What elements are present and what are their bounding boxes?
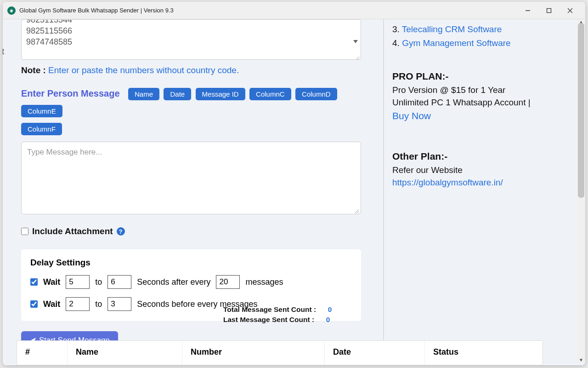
list-number: 3. xyxy=(392,24,402,34)
messages-label: messages xyxy=(245,277,283,287)
badge-columnf[interactable]: ColumnF xyxy=(21,123,62,135)
results-table-header: # Name Number Date Status xyxy=(17,340,543,365)
delay2-to-input[interactable] xyxy=(107,297,131,311)
wait-label: Wait xyxy=(43,299,60,309)
other-plan-line1: Refer our Website xyxy=(392,164,577,177)
note-row: Note : Enter or paste the numbers withou… xyxy=(21,65,383,75)
badge-columne[interactable]: ColumnE xyxy=(21,105,62,117)
badge-name[interactable]: Name xyxy=(128,88,159,100)
enter-message-title: Enter Person Message xyxy=(21,88,120,99)
after-label: Seconds after every xyxy=(137,277,210,287)
vertical-scrollbar[interactable]: ▲ ▼ xyxy=(577,19,585,362)
delay-row-1: Wait to Seconds after every messages xyxy=(30,275,352,289)
close-button[interactable] xyxy=(560,4,581,17)
include-attachment-checkbox[interactable] xyxy=(21,228,28,235)
delay-heading: Delay Settings xyxy=(30,258,352,268)
delay1-from-input[interactable] xyxy=(66,275,90,289)
last-count-label: Last Message Sent Count : xyxy=(223,316,314,324)
scroll-down-icon[interactable]: ▼ xyxy=(577,357,585,362)
message-textarea[interactable]: Type Message here... xyxy=(21,142,361,214)
other-plan-heading: Other Plan:- xyxy=(392,150,577,163)
include-attachment-row: Include Attachment ? xyxy=(21,226,383,236)
scrollbar-thumb[interactable] xyxy=(578,23,584,198)
resize-handle-icon[interactable] xyxy=(354,207,359,213)
counts-block: Total Message Sent Count : 0 Last Messag… xyxy=(223,305,334,326)
delay1-count-input[interactable] xyxy=(216,275,240,289)
delay2-from-input[interactable] xyxy=(66,297,90,311)
wait-label: Wait xyxy=(43,277,60,287)
website-link[interactable]: https://globalgymsoftware.in/ xyxy=(392,178,503,187)
buy-now-link[interactable]: Buy Now xyxy=(392,110,431,121)
note-text: Enter or paste the numbers without count… xyxy=(48,65,239,75)
number-line: 9825115566 xyxy=(26,25,356,36)
badge-columnc[interactable]: ColumnC xyxy=(249,88,291,100)
right-panel: 3. Telecalling CRM Software 4. Gym Manag… xyxy=(383,19,585,365)
include-attachment-label: Include Attachment xyxy=(32,226,113,236)
number-line: 9874748585 xyxy=(26,36,356,47)
delay1-to-input[interactable] xyxy=(107,275,131,289)
last-count-value: 0 xyxy=(323,316,333,324)
telecalling-link[interactable]: Telecalling CRM Software xyxy=(402,24,502,34)
content-area: t 9825115544 9825115566 9874748585 Note … xyxy=(3,19,585,365)
th-number: Number xyxy=(182,341,325,365)
number-line: 9825115544 xyxy=(26,19,356,25)
badge-message-id[interactable]: Message ID xyxy=(196,88,245,100)
th-index: # xyxy=(17,341,68,365)
textarea-scroll-down-icon[interactable] xyxy=(353,35,359,40)
pro-plan-heading: PRO PLAN:- xyxy=(392,69,577,83)
th-name: Name xyxy=(68,341,182,365)
help-icon[interactable]: ? xyxy=(117,227,125,236)
svg-marker-4 xyxy=(353,40,358,43)
delay2-checkbox[interactable] xyxy=(30,300,38,308)
total-count-value: 0 xyxy=(325,305,334,314)
badge-columnd[interactable]: ColumnD xyxy=(295,88,337,100)
window-title: Global Gym Software Bulk Whatsapp Sender… xyxy=(19,7,517,14)
left-panel: 9825115544 9825115566 9874748585 Note : … xyxy=(3,19,383,365)
total-count-label: Total Message Sent Count : xyxy=(223,305,316,314)
svg-line-8 xyxy=(355,209,359,213)
list-number: 4. xyxy=(392,38,402,48)
pro-plan-line1: Pro Version @ $15 for 1 Year xyxy=(392,84,577,97)
app-icon: ◉ xyxy=(7,6,16,15)
svg-rect-1 xyxy=(547,8,551,12)
close-icon xyxy=(567,8,573,13)
minimize-icon xyxy=(525,8,531,13)
to-label: to xyxy=(95,277,102,287)
message-section-header: Enter Person Message Name Date Message I… xyxy=(21,75,383,140)
pro-plan-line2: Unlimited PC 1 Whatsapp Account | xyxy=(392,98,531,107)
note-label: Note : xyxy=(21,65,48,75)
maximize-button[interactable] xyxy=(538,4,560,17)
titlebar: ◉ Global Gym Software Bulk Whatsapp Send… xyxy=(3,2,585,19)
message-placeholder: Type Message here... xyxy=(27,148,102,156)
gymmgmt-link[interactable]: Gym Management Software xyxy=(402,38,511,48)
numbers-textarea[interactable]: 9825115544 9825115566 9874748585 xyxy=(21,19,361,60)
svg-line-10 xyxy=(358,213,359,213)
badge-date[interactable]: Date xyxy=(164,88,191,100)
minimize-button[interactable] xyxy=(517,4,538,17)
resize-handle-icon[interactable] xyxy=(354,53,360,58)
to-label: to xyxy=(95,299,102,309)
delay1-checkbox[interactable] xyxy=(30,278,38,286)
window-controls xyxy=(517,4,581,17)
maximize-icon xyxy=(546,8,552,13)
app-window: ◉ Global Gym Software Bulk Whatsapp Send… xyxy=(3,2,585,365)
th-status: Status xyxy=(425,341,543,365)
th-date: Date xyxy=(325,341,425,365)
